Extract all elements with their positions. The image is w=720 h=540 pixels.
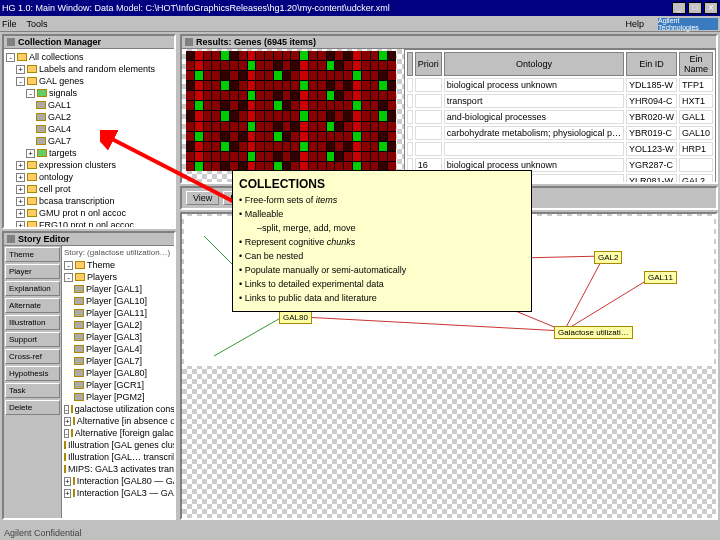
story-tool-button[interactable]: Player [5,264,60,279]
tree-item[interactable]: Player [GAL80] [64,367,172,379]
story-editor-title: Story Editor [4,233,174,246]
table-row[interactable]: and-biological processesYBR020-WGAL1 [407,110,713,124]
folder-icon [74,333,84,341]
expand-icon[interactable]: - [16,77,25,86]
folder-icon [74,309,84,317]
tree-item[interactable]: Player [GAL4] [64,343,172,355]
folder-icon [27,65,37,73]
column-header[interactable]: Priori [415,52,442,76]
expand-icon[interactable]: - [64,405,69,414]
story-tool-button[interactable]: Alternate [5,298,60,313]
tree-item[interactable]: +Alternative [in absence of galactose] [64,415,172,427]
expand-icon[interactable]: + [16,65,25,74]
close-button[interactable]: X [704,2,718,14]
tree-item[interactable]: -Alternative [foreign galactose is prese… [64,427,172,439]
tree-item[interactable]: -Theme [64,259,172,271]
callout-bullet: • Free-form sets of items [239,193,525,207]
table-row[interactable]: biological process unknownYDL185-WTFP1 [407,78,713,92]
expand-icon[interactable]: - [6,53,15,62]
graph-node[interactable]: GAL2 [594,251,622,264]
column-header[interactable]: Ontology [444,52,624,76]
minimize-button[interactable]: _ [672,2,686,14]
story-tool-button[interactable]: Illustration [5,315,60,330]
graph-node[interactable]: GAL80 [279,311,312,324]
tree-item[interactable]: Illustration [GAL genes cluster] [64,439,172,451]
tree-item[interactable]: MIPS: GAL3 activates transcription of GA… [64,463,172,475]
tree-label: Alternative [in absence of galactose] [77,415,174,427]
table-row[interactable]: transportYHR094-CHXT1 [407,94,713,108]
folder-icon [74,357,84,365]
expand-icon[interactable]: + [16,221,25,228]
tree-item[interactable]: -galactose utilization consists of a bio… [64,403,172,415]
story-path: Story: (galactose utilization…) [64,248,172,257]
story-tree[interactable]: -Theme-PlayersPlayer [GAL1]Player [GAL10… [64,259,172,499]
story-tool-button[interactable]: Delete [5,400,60,415]
results-table[interactable]: PrioriOntologyEin IDEin Namebiological p… [404,49,716,182]
callout-bullet: • Links to detailed experimental data [239,277,525,291]
column-header[interactable]: Ein Name [679,52,713,76]
expand-icon[interactable]: + [64,489,71,498]
folder-icon [74,321,84,329]
tree-item[interactable]: +FRG10 prot n onl accoc [6,219,172,227]
expand-icon[interactable]: + [16,161,25,170]
expand-icon[interactable]: + [26,149,35,158]
tree-item[interactable]: GAL1 [6,99,172,111]
tree-item[interactable]: Player [GAL2] [64,319,172,331]
tree-label: Players [87,271,117,283]
tree-item[interactable]: Player [GAL11] [64,307,172,319]
column-header[interactable] [407,52,413,76]
expand-icon[interactable]: + [64,477,71,486]
folder-icon [74,393,84,401]
tree-label: FRG10 prot n onl accoc [39,219,134,227]
tree-item[interactable]: Player [GCR1] [64,379,172,391]
folder-icon [36,137,46,145]
tree-item[interactable]: Player [GAL7] [64,355,172,367]
tree-item[interactable]: Player [GAL1] [64,283,172,295]
expand-icon[interactable]: + [16,197,25,206]
table-row[interactable]: carbohydrate metabolism; physiological p… [407,126,713,140]
tree-item[interactable]: Player [GAL3] [64,331,172,343]
tree-item[interactable]: +Labels and random elements [6,63,172,75]
story-tool-button[interactable]: Support [5,332,60,347]
expand-icon[interactable]: - [64,429,69,438]
tree-item[interactable]: -GAL genes [6,75,172,87]
tree-label: GAL2 [48,111,71,123]
maximize-button[interactable]: □ [688,2,702,14]
graph-node[interactable]: GAL11 [644,271,677,284]
column-header[interactable]: Ein ID [626,52,677,76]
graph-node[interactable]: Galactose utilizati… [554,326,633,339]
folder-icon [71,429,73,437]
folder-icon [74,285,84,293]
tree-item[interactable]: GAL2 [6,111,172,123]
expand-icon[interactable]: - [26,89,35,98]
folder-icon [64,465,66,473]
story-toolbar: ThemePlayerExplanationAlternateIllustrat… [4,246,62,518]
tree-item[interactable]: +Interaction [GAL3 — GAL80] [64,487,172,499]
story-tool-button[interactable]: Task [5,383,60,398]
expand-icon[interactable]: + [16,173,25,182]
tree-item[interactable]: Player [PGM2] [64,391,172,403]
tree-item[interactable]: -All collections [6,51,172,63]
menu-help[interactable]: Help [625,19,644,29]
folder-icon [64,441,66,449]
expand-icon[interactable]: + [16,185,25,194]
story-tool-button[interactable]: Explanation [5,281,60,296]
tree-item[interactable]: Illustration [GAL… transcribed in GAL4…] [64,451,172,463]
story-tool-button[interactable]: Theme [5,247,60,262]
story-tool-button[interactable]: Cross-ref [5,349,60,364]
tree-item[interactable]: -signals [6,87,172,99]
folder-icon [17,53,27,61]
menu-tools[interactable]: Tools [27,19,48,29]
expand-icon[interactable]: - [64,261,73,270]
table-row[interactable]: YOL123-WHRP1 [407,142,713,156]
tree-item[interactable]: -Players [64,271,172,283]
tree-item[interactable]: +Interaction [GAL80 — GAL4] [64,475,172,487]
expand-icon[interactable]: + [64,417,71,426]
expand-icon[interactable]: - [64,273,73,282]
tree-label: Player [GCR1] [86,379,144,391]
tree-label: signals [49,87,77,99]
story-tool-button[interactable]: Hypothesis [5,366,60,381]
tree-item[interactable]: Player [GAL10] [64,295,172,307]
expand-icon[interactable]: + [16,209,25,218]
menu-file[interactable]: File [2,19,17,29]
